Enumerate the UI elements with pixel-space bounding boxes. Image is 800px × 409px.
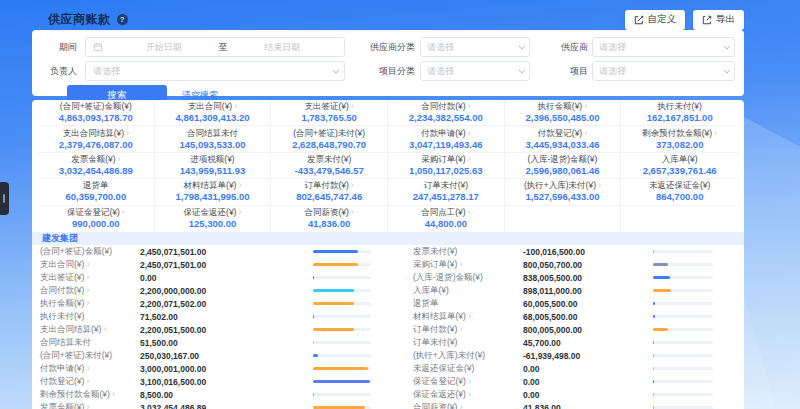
stat-label: 合同结算未付 xyxy=(187,128,238,138)
ledger-row-label[interactable]: 支出合同结算(¥) xyxy=(40,324,101,334)
stat-label: 退货单 xyxy=(83,180,109,190)
chevron-right-icon: › xyxy=(584,128,587,138)
help-icon[interactable]: ? xyxy=(117,14,128,25)
stat-value: 2,396,550,485.00 xyxy=(526,112,600,124)
calendar-icon xyxy=(93,42,103,52)
stat-cell[interactable]: 材料结算单(¥)› 1,798,431,995.00 xyxy=(155,179,272,205)
ledger-row-bar xyxy=(313,289,371,292)
stat-cell[interactable]: 订单付款(¥)› 802,645,747.46 xyxy=(271,179,388,205)
stat-cell[interactable]: 发票金额(¥)› 3,032,454,486.89 xyxy=(38,153,155,179)
stats-grid: (合同+签证)金额(¥)› 4,863,093,178.70 支出合同(¥)› … xyxy=(38,100,738,232)
stat-cell[interactable]: 支出合同结算(¥)› 2,379,476,087.00 xyxy=(38,126,155,152)
stat-cell: 发票未付(¥)› -433,479,546.57 xyxy=(271,153,388,179)
ledger-row-label-line: 合同付款(¥)› xyxy=(40,285,140,297)
chevron-right-icon: › xyxy=(459,259,462,269)
project-category-label: 项目分类 xyxy=(345,65,415,78)
ledger-row-label[interactable]: 合同薪资(¥) xyxy=(413,402,457,409)
ledger-row-label-line: 保证金登记(¥)› xyxy=(413,376,523,388)
stat-value: 1,798,431,995.00 xyxy=(176,191,250,203)
export-button[interactable]: 导出 xyxy=(693,10,744,30)
filter-panel: 期间 开始日期 至 结束日期 供应商分类 请选择 供应商 请选择 负责人 请选择 xyxy=(32,30,744,96)
chevron-down-icon xyxy=(723,66,730,73)
stat-cell[interactable]: 合同点工(¥)› 44,800.00 xyxy=(388,206,505,232)
project-category-select[interactable]: 请选择 xyxy=(420,61,530,81)
ledger-row-label-line: (入库-退货)金额(¥)› xyxy=(413,272,523,284)
sidebar-collapse-handle[interactable] xyxy=(0,182,9,215)
ledger-row-label[interactable]: 支出签证(¥) xyxy=(40,272,84,282)
stat-cell[interactable]: 合同付款(¥)› 2,234,382,554.00 xyxy=(388,100,505,126)
stat-label: 采购订单(¥) xyxy=(421,154,465,164)
ledger-row-label[interactable]: 合同付款(¥) xyxy=(40,285,84,295)
stat-value: 4,863,093,178.70 xyxy=(59,112,133,124)
stat-cell: (合同+签证)金额(¥)› 4,863,093,178.70 xyxy=(38,100,155,126)
ledger-row-label-line: 退货单› xyxy=(413,298,523,310)
stat-cell[interactable]: 保证金登记(¥)› 990,000.00 xyxy=(38,206,155,232)
chevron-right-icon: › xyxy=(126,128,129,138)
stat-cell[interactable]: 合同薪资(¥)› 41,836.00 xyxy=(271,206,388,232)
stat-label: 付款登记(¥) xyxy=(538,128,582,138)
ledger-row-label[interactable]: 订单付款(¥) xyxy=(413,324,457,334)
stat-cell[interactable]: 保证金返还(¥)› 125,300.00 xyxy=(155,206,272,232)
group-link[interactable]: 建发集团 xyxy=(42,232,78,245)
stat-cell[interactable]: 执行金额(¥)› 2,396,550,485.00 xyxy=(505,100,622,126)
start-date-input[interactable]: 开始日期 xyxy=(109,41,219,54)
ledger-row-value: 8,500.00 xyxy=(140,390,313,400)
ledger-row-label[interactable]: 支出合同(¥) xyxy=(40,259,84,269)
ledger-row-label: (入库-退货)金额(¥) xyxy=(413,272,483,282)
end-date-input[interactable]: 结束日期 xyxy=(228,41,338,54)
stat-value: 125,300.00 xyxy=(189,218,237,230)
date-range-picker[interactable]: 开始日期 至 结束日期 xyxy=(85,37,345,57)
ledger-row-label-line: 采购订单(¥)› xyxy=(413,259,523,271)
stat-label: 发票金额(¥) xyxy=(71,154,115,164)
stat-value: 44,800.00 xyxy=(425,218,467,230)
ledger-row-label[interactable]: 采购订单(¥) xyxy=(413,259,457,269)
ledger-row-label[interactable]: 执行金额(¥) xyxy=(40,298,84,308)
ledger-row-value: 71,502.00 xyxy=(140,312,313,322)
owner-select[interactable]: 请选择 xyxy=(85,61,345,81)
stat-cell[interactable]: 支出合同(¥)› 4,861,309,413.20 xyxy=(155,100,272,126)
stat-cell[interactable]: 付款登记(¥)› 3,445,934,033.46 xyxy=(505,126,622,152)
stat-cell[interactable]: 付款申请(¥)› 3,047,119,493.46 xyxy=(388,126,505,152)
group-header: 建发集团 xyxy=(32,232,744,245)
ledger-row: 付款登记(¥)› 3,100,016,500.00 xyxy=(40,375,385,388)
stat-cell[interactable]: 采购订单(¥)› 1,050,117,025.63 xyxy=(388,153,505,179)
supplier-placeholder: 请选择 xyxy=(599,41,626,54)
customize-button[interactable]: 自定义 xyxy=(625,10,686,30)
ledger-row-label[interactable]: 剩余预付款金额(¥) xyxy=(40,389,110,399)
project-select[interactable]: 请选择 xyxy=(592,61,735,81)
stat-label-line: 保证金登记(¥)› xyxy=(67,207,125,218)
ledger-row-label[interactable]: 材料结算单(¥) xyxy=(413,311,466,321)
ledger-row-bar xyxy=(313,367,371,370)
ledger-row-bar-fill xyxy=(313,302,354,305)
ledger-row-label-line: 剩余预付款金额(¥)› xyxy=(40,389,140,401)
stat-label-line: 执行未付(¥)› xyxy=(657,101,701,112)
ledger-row-bar xyxy=(313,263,371,266)
stat-label: (合同+签证)未付(¥) xyxy=(293,128,365,138)
stat-cell[interactable]: 支出签证(¥)› 1,783,765.50 xyxy=(271,100,388,126)
ledger-row: 支出合同(¥)› 2,450,071,501.00 xyxy=(40,258,385,271)
ledger-row: 付款申请(¥)› 3,000,001,000.00 xyxy=(40,362,385,375)
ledger-row-label-line: 支出合同(¥)› xyxy=(40,259,140,271)
stat-cell[interactable]: 剩余预付款金额(¥)› 373,082.00 xyxy=(621,126,738,152)
stat-cell[interactable]: (执行+入库)未付(¥)› 1,527,596,433.00 xyxy=(505,179,622,205)
supplier-select[interactable]: 请选择 xyxy=(592,37,735,57)
ledger-row-bar xyxy=(313,341,371,344)
ledger-row-label-line: 支出签证(¥)› xyxy=(40,272,140,284)
ledger-row-label[interactable]: 付款登记(¥) xyxy=(40,376,84,386)
ledger-row-bar xyxy=(653,328,713,331)
chevron-right-icon: › xyxy=(103,324,106,334)
ledger-row-label[interactable]: 保证金登记(¥) xyxy=(413,376,466,386)
stat-label-line: 进项税额(¥)› xyxy=(190,154,234,165)
ledger-row-bar xyxy=(313,276,371,279)
supplier-category-select[interactable]: 请选择 xyxy=(420,37,530,57)
chevron-right-icon: › xyxy=(118,154,121,164)
ledger-row-label: (合同+签证)金额(¥) xyxy=(40,246,112,256)
ledger-row-label[interactable]: 保证金返还(¥) xyxy=(413,389,466,399)
stat-value: 2,596,980,061.46 xyxy=(526,165,600,177)
ledger-row-label[interactable]: 付款申请(¥) xyxy=(40,363,84,373)
ledger-row-bar-fill xyxy=(313,354,318,357)
ledger-row-label: 退货单 xyxy=(413,298,439,308)
ledger-row-bar-fill xyxy=(313,367,368,370)
ledger-row-label[interactable]: 发票金额(¥) xyxy=(40,402,84,409)
stat-label: 付款申请(¥) xyxy=(421,128,465,138)
